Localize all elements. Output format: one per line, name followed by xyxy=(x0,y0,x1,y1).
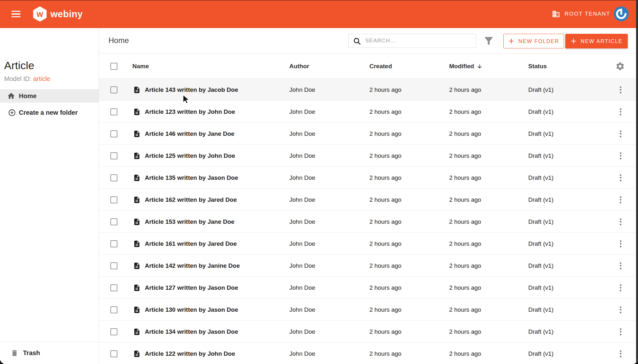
row-checkbox[interactable] xyxy=(110,86,117,93)
trash-label: Trash xyxy=(23,349,40,357)
article-name[interactable]: Article 122 written by John Doe xyxy=(145,343,235,364)
create-new-folder-button[interactable]: Create a new folder xyxy=(0,106,99,119)
tenant-selector[interactable]: ROOT TENANT xyxy=(552,0,610,28)
article-status: Draft (v1) xyxy=(528,343,553,364)
column-header-modified[interactable]: Modified xyxy=(449,54,483,79)
article-modified: 2 hours ago xyxy=(449,189,481,211)
article-name[interactable]: Article 161 written by Jared Doe xyxy=(145,233,237,255)
article-name[interactable]: Article 153 written by Jane Doe xyxy=(145,211,234,233)
article-name[interactable]: Article 127 written by Jason Doe xyxy=(145,277,238,299)
table-row[interactable]: Article 125 written by John Doe John Doe… xyxy=(99,145,638,167)
table-row[interactable]: Article 162 written by Jared Doe John Do… xyxy=(99,189,638,211)
new-article-button[interactable]: NEW ARTICLE xyxy=(565,34,628,48)
document-icon xyxy=(133,283,141,292)
article-created: 2 hours ago xyxy=(369,101,401,123)
row-actions-button[interactable] xyxy=(616,189,625,211)
row-actions-button[interactable] xyxy=(616,101,625,123)
row-actions-button[interactable] xyxy=(616,145,625,167)
row-actions-button[interactable] xyxy=(616,321,625,343)
row-checkbox[interactable] xyxy=(110,240,117,247)
webiny-logo-icon: W xyxy=(33,6,47,22)
table-row[interactable]: Article 135 written by Jason Doe John Do… xyxy=(99,167,638,189)
row-actions-button[interactable] xyxy=(616,167,625,189)
row-checkbox[interactable] xyxy=(110,284,117,291)
column-header-status[interactable]: Status xyxy=(528,54,547,79)
article-name[interactable]: Article 162 written by Jared Doe xyxy=(145,189,237,211)
row-actions-button[interactable] xyxy=(616,123,625,145)
row-checkbox[interactable] xyxy=(110,262,117,269)
article-created: 2 hours ago xyxy=(369,211,401,233)
article-name[interactable]: Article 134 written by Jason Doe xyxy=(145,321,238,343)
article-author: John Doe xyxy=(289,101,315,123)
row-checkbox[interactable] xyxy=(110,218,117,225)
column-header-author[interactable]: Author xyxy=(289,54,309,79)
column-header-name[interactable]: Name xyxy=(132,54,149,79)
article-name[interactable]: Article 123 written by John Doe xyxy=(145,101,235,123)
window-scrollbar[interactable] xyxy=(636,0,638,364)
table-row[interactable]: Article 143 written by Jacob Doe John Do… xyxy=(99,79,638,101)
row-actions-button[interactable] xyxy=(616,233,625,255)
new-folder-button[interactable]: NEW FOLDER xyxy=(503,34,564,48)
table-settings-button[interactable] xyxy=(614,54,627,79)
article-author: John Doe xyxy=(289,233,315,255)
article-name[interactable]: Article 146 written by Jane Doe xyxy=(145,123,234,145)
row-checkbox[interactable] xyxy=(110,350,117,357)
article-name[interactable]: Article 142 written by Janine Doe xyxy=(145,255,240,277)
article-created: 2 hours ago xyxy=(369,233,401,255)
sidebar-item-trash[interactable]: Trash xyxy=(0,342,99,364)
row-checkbox[interactable] xyxy=(110,152,117,159)
document-icon xyxy=(133,129,141,138)
row-actions-button[interactable] xyxy=(616,211,625,233)
article-created: 2 hours ago xyxy=(369,277,401,299)
sidebar-item-home[interactable]: Home xyxy=(0,89,99,103)
table-row[interactable]: Article 134 written by Jason Doe John Do… xyxy=(99,321,638,343)
table-row[interactable]: Article 142 written by Janine Doe John D… xyxy=(99,255,638,277)
table-header-row: Name Author Created Modified Status xyxy=(99,54,638,79)
row-actions-button[interactable] xyxy=(616,277,625,299)
user-avatar[interactable] xyxy=(614,6,629,21)
row-checkbox[interactable] xyxy=(110,306,117,313)
home-icon xyxy=(7,92,15,100)
table-row[interactable]: Article 123 written by John Doe John Doe… xyxy=(99,101,638,123)
article-author: John Doe xyxy=(289,79,315,101)
document-icon xyxy=(133,173,141,182)
row-checkbox[interactable] xyxy=(110,108,117,115)
article-author: John Doe xyxy=(289,255,315,277)
table-row[interactable]: Article 122 written by John Doe John Doe… xyxy=(99,343,638,364)
table-row[interactable]: Article 153 written by Jane Doe John Doe… xyxy=(99,211,638,233)
article-name[interactable]: Article 135 written by Jason Doe xyxy=(145,167,238,189)
table-row[interactable]: Article 127 written by Jason Doe John Do… xyxy=(99,277,638,299)
sidebar-item-label: Home xyxy=(19,92,37,100)
article-name[interactable]: Article 130 written by Jason Doe xyxy=(145,299,238,321)
article-name[interactable]: Article 143 written by Jacob Doe xyxy=(145,79,238,101)
table-row[interactable]: Article 146 written by Jane Doe John Doe… xyxy=(99,123,638,145)
row-actions-button[interactable] xyxy=(616,255,625,277)
row-actions-button[interactable] xyxy=(616,79,625,101)
row-checkbox[interactable] xyxy=(110,196,117,203)
article-created: 2 hours ago xyxy=(369,321,401,343)
row-checkbox[interactable] xyxy=(110,174,117,181)
article-modified: 2 hours ago xyxy=(449,211,481,233)
article-name[interactable]: Article 125 written by John Doe xyxy=(145,145,235,167)
table-row[interactable]: Article 161 written by Jared Doe John Do… xyxy=(99,233,638,255)
building-icon xyxy=(552,10,560,18)
row-checkbox[interactable] xyxy=(110,130,117,137)
article-status: Draft (v1) xyxy=(528,321,553,343)
top-app-bar: W webiny ROOT TENANT xyxy=(0,0,638,28)
search-input[interactable] xyxy=(365,34,474,47)
document-icon xyxy=(133,327,141,336)
filter-icon[interactable] xyxy=(483,35,494,47)
menu-icon[interactable] xyxy=(11,9,21,19)
kebab-menu-icon xyxy=(618,106,623,117)
row-checkbox[interactable] xyxy=(110,328,117,335)
document-icon xyxy=(133,239,141,248)
table-body: Article 143 written by Jacob Doe John Do… xyxy=(99,79,638,364)
article-author: John Doe xyxy=(289,167,315,189)
column-header-created[interactable]: Created xyxy=(369,54,392,79)
row-actions-button[interactable] xyxy=(616,343,625,364)
entries-table: Name Author Created Modified Status A xyxy=(99,54,638,364)
row-actions-button[interactable] xyxy=(616,299,625,321)
document-icon xyxy=(133,261,141,270)
select-all-checkbox[interactable] xyxy=(110,63,117,70)
table-row[interactable]: Article 130 written by Jason Doe John Do… xyxy=(99,299,638,321)
